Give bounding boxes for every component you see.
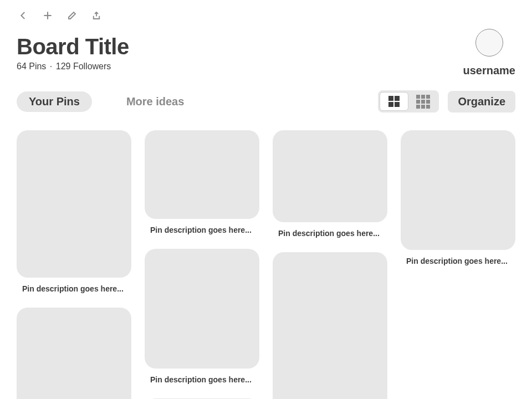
tabs: Your Pins More ideas [17,91,196,112]
pin-card[interactable]: Pin description goes here... [273,130,387,238]
pin-description: Pin description goes here... [145,226,259,234]
pin-count: 64 Pins [17,62,46,71]
view-small-grid[interactable] [408,92,437,111]
top-icon-bar [17,4,515,27]
organize-button[interactable]: Organize [448,91,515,112]
pin-card[interactable]: Pin description goes here... [145,249,259,384]
pin-image[interactable] [273,130,387,222]
board-header: Board Title 64 Pins · 129 Followers user… [17,34,515,71]
follower-count: 129 Followers [56,62,111,71]
pin-card[interactable]: Pin description goes here... [273,252,387,399]
pin-image[interactable] [401,130,515,250]
tab-your-pins[interactable]: Your Pins [17,91,92,112]
pin-description: Pin description goes here... [401,257,515,265]
pin-image[interactable] [17,130,131,278]
view-toggle [378,90,439,112]
pin-image[interactable] [273,252,387,399]
username: username [463,64,516,77]
pin-description: Pin description goes here... [17,284,131,293]
pin-image[interactable] [17,308,131,399]
pin-image[interactable] [145,130,259,219]
pins-masonry: Pin description goes here...Pin descript… [17,130,515,399]
pin-card[interactable]: Pin description goes here... [17,130,131,293]
avatar[interactable] [475,29,503,57]
back-icon[interactable] [17,9,30,22]
pin-card[interactable]: Pin description goes here... [17,308,131,399]
share-icon[interactable] [90,9,103,22]
pin-card[interactable]: Pin description goes here... [401,130,515,265]
view-large-grid[interactable] [380,92,408,111]
pin-image[interactable] [145,249,259,369]
board-stats: 64 Pins · 129 Followers [17,62,515,71]
grid-small-icon [416,95,430,109]
pin-card[interactable]: Pin description goes here... [145,130,259,234]
add-icon[interactable] [41,9,54,22]
edit-icon[interactable] [65,9,79,22]
pin-description: Pin description goes here... [273,229,387,238]
grid-large-icon [388,96,400,107]
stats-separator: · [50,62,52,71]
controls-row: Your Pins More ideas Organize [17,90,515,112]
board-title: Board Title [17,34,515,59]
pin-description: Pin description goes here... [145,375,259,384]
user-block[interactable]: username [463,29,516,77]
tab-more-ideas[interactable]: More ideas [114,91,196,112]
